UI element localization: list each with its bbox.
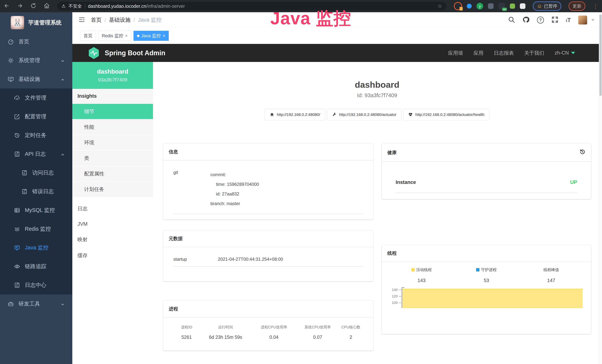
- sba-locale-select[interactable]: zh-CN: [555, 50, 575, 56]
- health-url-button[interactable]: http://192.168.0.2:48080/actuator/health: [403, 109, 489, 120]
- sidebar-item-system[interactable]: 系统管理: [0, 51, 72, 70]
- sidebar-item-dev-tools[interactable]: 研发工具: [0, 294, 72, 313]
- grid-extension-icon[interactable]: [488, 3, 494, 9]
- tab-home[interactable]: 首页: [80, 31, 96, 41]
- infrastructure-submenu: 文件管理 配置管理 定时任务 API 日志 访问日志: [0, 88, 72, 294]
- fullscreen-icon[interactable]: [551, 16, 559, 24]
- breadcrumb-current: Java 监控: [138, 16, 161, 24]
- process-table-values: 5261 6d 23h 15m 59s 0.04 0.07 2: [173, 334, 363, 340]
- tab-java-monitor[interactable]: Java 监控 ×: [133, 31, 169, 41]
- sba-brand[interactable]: Spring Boot Admin: [88, 47, 165, 59]
- sba-item-jvm[interactable]: JVM: [72, 217, 153, 232]
- app-logo-row[interactable]: 🐰 芋道管理系统: [0, 12, 72, 32]
- bookmark-star-icon[interactable]: ☆: [437, 3, 442, 9]
- font-size-icon[interactable]: tT: [566, 17, 571, 23]
- sba-nav-about[interactable]: 关于我们: [524, 50, 544, 56]
- sidebar-item-tracing[interactable]: 链路追踪: [0, 257, 72, 276]
- tab-redis-monitor[interactable]: Redis 监控 ×: [98, 31, 131, 41]
- sba-item-caches[interactable]: 缓存: [72, 247, 153, 264]
- y-axis-tickmark: [399, 303, 401, 303]
- page-scrollbar[interactable]: [599, 12, 602, 364]
- user-avatar[interactable]: [578, 16, 587, 24]
- sba-body: dashboard 93a3fc7f7409 Insights 细节 性能 环境…: [72, 62, 602, 364]
- service-url-button[interactable]: http://192.168.0.2:48080/: [265, 109, 325, 120]
- sba-item-environment[interactable]: 环境: [72, 135, 153, 150]
- avatar-caret-icon[interactable]: [591, 19, 595, 21]
- leaf-extension-icon[interactable]: [510, 3, 515, 9]
- security-label[interactable]: 不安全: [69, 3, 82, 9]
- chevron-down-icon: [61, 58, 64, 62]
- sidebar-item-infrastructure[interactable]: 基础设施: [0, 70, 72, 88]
- health-instance-row[interactable]: Instance UP: [396, 180, 577, 193]
- sba-item-classes[interactable]: 类: [72, 150, 153, 166]
- info-row-value: commit: time: 1596289704000 id: 27aa832 …: [210, 170, 259, 208]
- sba-section-insights[interactable]: Insights: [72, 89, 153, 104]
- y-extension-icon[interactable]: y: [476, 3, 483, 10]
- browser-menu-icon[interactable]: ⋮: [593, 3, 598, 10]
- sba-app-name: dashboard: [97, 68, 128, 75]
- browser-reload-icon[interactable]: [30, 3, 36, 10]
- sidebar-item-mysql-monitor[interactable]: MySQL 监控: [0, 201, 72, 220]
- threads-plot-area: [402, 288, 583, 308]
- page-annotation: Java 监控: [270, 7, 351, 30]
- sidebar-item-scheduled-jobs[interactable]: 定时任务: [0, 126, 72, 145]
- sidebar-item-home[interactable]: 首页: [0, 32, 72, 51]
- sidebar-item-access-logs[interactable]: 访问日志: [0, 163, 72, 182]
- sidebar-item-java-monitor[interactable]: Java 监控: [0, 238, 72, 257]
- sidebar-item-log-center[interactable]: 日志中心: [0, 276, 72, 294]
- browser-back-icon[interactable]: [4, 3, 10, 10]
- update-button[interactable]: 更新: [569, 1, 585, 11]
- extension-icon[interactable]: 1: [454, 2, 462, 10]
- sidebar-item-error-logs[interactable]: 错误日志: [0, 182, 72, 201]
- scrollbar-thumb[interactable]: [599, 14, 602, 96]
- sidebar-item-file-management[interactable]: 文件管理: [0, 88, 72, 107]
- close-icon[interactable]: ×: [163, 33, 165, 38]
- url-text[interactable]: dashboard.yudao.iocoder.cn/infra/admin-s…: [88, 3, 185, 9]
- sidebar-collapse-icon[interactable]: [79, 17, 85, 23]
- page-instance-id: Id: 93a3fc7f7409: [163, 92, 591, 98]
- github-icon[interactable]: [522, 16, 529, 24]
- sba-nav-wall[interactable]: 应用墙: [448, 50, 463, 56]
- address-bar[interactable]: ⚠ 不安全 dashboard.yudao.iocoder.cn/infra/a…: [57, 2, 446, 11]
- y-axis-tickmark: [399, 290, 401, 290]
- help-icon[interactable]: ?: [537, 17, 544, 23]
- info-git-row: git commit: time: 1596289704000 id: 27aa…: [173, 170, 363, 214]
- info-card: 信息 git commit: time: 1596289704000 id: 2…: [163, 143, 373, 220]
- browser-home-icon[interactable]: [44, 3, 50, 10]
- sba-item-details[interactable]: 细节: [72, 104, 153, 119]
- sidebar-item-api-logs[interactable]: API 日志: [0, 145, 72, 163]
- breadcrumb: 首页 / 基础设施 / Java 监控: [91, 16, 161, 24]
- sba-item-config-props[interactable]: 配置属性: [72, 166, 153, 182]
- y-axis-tick: 140: [387, 288, 398, 292]
- sba-instance-header[interactable]: dashboard 93a3fc7f7409: [72, 62, 153, 89]
- url-path: /infra/admin-server: [146, 3, 185, 9]
- puzzle-extensions-icon[interactable]: [520, 3, 526, 9]
- process-card: 进程 进程ID 运行时间 进程CPU使用率 系统CPU使用率 CPU核心数: [163, 300, 373, 351]
- search-icon[interactable]: [508, 16, 515, 24]
- sba-item-mappings[interactable]: 映射: [72, 232, 153, 247]
- sba-item-scheduled-tasks[interactable]: 计划任务: [72, 182, 153, 197]
- sidebar-item-config-management[interactable]: 配置管理: [0, 107, 72, 126]
- sidebar-item-redis-monitor[interactable]: Redis 监控: [0, 220, 72, 238]
- sba-nav-applications[interactable]: 应用: [473, 50, 483, 56]
- browser-profile-chip[interactable]: ☺ 已暂停: [533, 1, 561, 11]
- insecure-warning-icon: ⚠: [62, 3, 66, 9]
- sba-item-metrics[interactable]: 性能: [72, 119, 153, 135]
- sba-item-logs[interactable]: 日志: [72, 201, 153, 217]
- page-title: dashboard: [163, 80, 591, 90]
- pin-extension-icon[interactable]: [467, 4, 472, 9]
- on-badge: on: [502, 8, 507, 11]
- history-icon[interactable]: [579, 149, 585, 156]
- threads-peak-stat: 线程峰值 147: [519, 267, 584, 283]
- close-icon[interactable]: ×: [125, 33, 128, 38]
- breadcrumb-home[interactable]: 首页: [91, 16, 102, 24]
- metadata-row-value: 2021-04-27T00:44:31.254+08:00: [218, 257, 283, 262]
- sba-nav-journal[interactable]: 日志报表: [494, 50, 514, 56]
- breadcrumb-section[interactable]: 基础设施: [109, 16, 130, 24]
- app-logo-image: 🐰: [11, 16, 24, 29]
- active-tab-dot: [137, 35, 140, 37]
- dark-extension-icon[interactable]: on: [498, 3, 505, 10]
- sba-nav: 应用墙 应用 日志报表 关于我们 zh-CN: [448, 50, 575, 56]
- actuator-url-button[interactable]: http://192.168.0.2:48080/actuator: [327, 109, 401, 120]
- browser-forward-icon[interactable]: [17, 3, 23, 10]
